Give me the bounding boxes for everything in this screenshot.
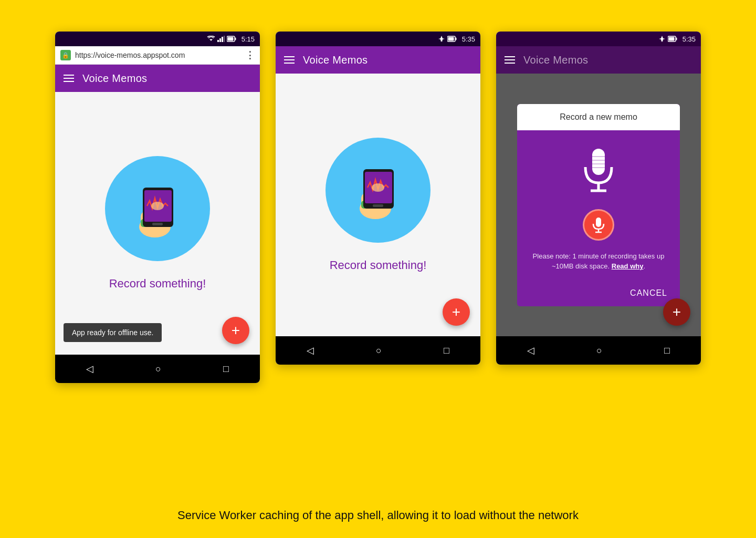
svg-rect-3 [222,37,223,42]
home-button-2[interactable]: ○ [368,343,390,358]
status-bar-3: 5:35 [496,32,701,46]
time-3: 5:35 [682,35,696,43]
fab-icon-2: + [452,305,460,319]
dialog-overlay: Record a new memo [496,74,701,336]
recents-button-1[interactable]: □ [215,361,237,377]
status-icons-3: 5:35 [658,35,696,43]
phone-2: 5:35 Voice Memos [276,32,480,365]
svg-rect-17 [448,37,454,41]
read-why-link[interactable]: Read why [612,262,644,270]
svg-rect-7 [227,37,233,41]
phone-body-1: Record something! App ready for offline … [55,92,260,355]
lock-icon: 🔒 [60,50,71,60]
back-button-3[interactable]: ◁ [519,343,543,358]
app-title-1: Voice Memos [82,73,147,85]
airplane-icon-3 [658,35,666,43]
fab-2[interactable]: + [443,298,470,326]
dialog-note: Please note: 1 minute of recording takes… [528,251,669,272]
status-icons-2: 5:35 [438,35,475,43]
svg-point-24 [372,183,384,192]
app-title-2: Voice Memos [303,54,368,66]
nav-bar-1: ◁ ○ □ [55,355,260,383]
dialog-box: Record a new memo [517,104,680,306]
phone-body-3: Record a new memo [496,74,701,336]
record-button[interactable] [583,209,614,241]
nav-bar-2: ◁ ○ □ [276,336,480,365]
recents-button-3[interactable]: □ [656,343,678,358]
mic-illustration [578,146,620,199]
phone-hand-illustration-2 [341,153,415,227]
dialog-actions: CANCEL [517,282,680,306]
back-button-2[interactable]: ◁ [298,343,322,358]
cancel-button[interactable]: CANCEL [626,286,671,300]
fab-icon-1: + [232,323,240,338]
battery-icon-2 [447,36,457,42]
hamburger-menu-1[interactable] [64,75,74,82]
phone-3: 5:35 Voice Memos Record a new memo [496,32,701,365]
circle-illustration-2 [326,138,430,243]
hamburger-menu-2[interactable] [284,56,295,64]
svg-rect-35 [596,218,601,227]
mic-small-icon [591,216,606,233]
phone-body-2: Record something! + [276,74,480,336]
battery-icon-3 [668,36,677,42]
svg-rect-4 [224,36,225,42]
dialog-title: Record a new memo [517,104,680,130]
svg-rect-2 [219,38,221,42]
svg-rect-1 [217,40,219,42]
nav-bar-3: ◁ ○ □ [496,336,701,365]
status-bar-2: 5:35 [276,32,480,46]
airplane-icon-2 [438,35,445,43]
svg-point-14 [151,202,164,210]
app-bar-3: Voice Memos [496,46,701,74]
url-text: https://voice-memos.appspot.com [75,51,241,59]
home-button-1[interactable]: ○ [147,361,170,377]
phone-hand-illustration-1 [121,172,194,245]
app-bar-2: Voice Memos [276,46,480,74]
mic-svg [578,146,620,199]
more-options-icon[interactable]: ⋮ [245,49,255,61]
svg-rect-16 [455,38,456,40]
recents-button-2[interactable]: □ [435,343,458,358]
signal-icon [217,36,225,42]
svg-rect-13 [152,223,163,225]
record-label-2: Record something! [330,258,427,272]
time-2: 5:35 [462,35,475,43]
fab-1[interactable]: + [222,317,249,344]
app-title-3: Voice Memos [523,54,588,66]
dialog-content: Please note: 1 minute of recording takes… [517,130,680,282]
fab-3[interactable]: + [663,298,690,326]
battery-icon [227,36,236,42]
record-label-1: Record something! [109,277,206,291]
hamburger-menu-3[interactable] [505,56,515,64]
svg-marker-0 [209,39,213,42]
fab-icon-3: + [673,305,681,319]
svg-rect-23 [373,204,383,207]
caption: Service Worker caching of the app shell,… [146,509,610,522]
svg-rect-26 [676,38,677,40]
svg-rect-27 [668,37,674,41]
time-1: 5:15 [242,35,255,43]
url-bar-1: 🔒 https://voice-memos.appspot.com ⋮ [55,46,260,65]
phone-1: 5:15 🔒 https://voice-memos.appspot.com ⋮… [55,32,260,383]
snackbar-1: App ready for offline use. [64,323,162,342]
home-button-3[interactable]: ○ [588,343,611,358]
back-button-1[interactable]: ◁ [78,361,102,377]
svg-rect-6 [235,38,236,40]
circle-illustration-1 [105,156,210,261]
wifi-icon [207,36,215,42]
status-bar-1: 5:15 [55,32,260,46]
phones-row: 5:15 🔒 https://voice-memos.appspot.com ⋮… [55,32,701,509]
app-bar-1: Voice Memos [55,65,260,92]
snackbar-text-1: App ready for offline use. [72,328,153,337]
status-icons-1: 5:15 [207,35,255,43]
svg-rect-28 [592,149,605,175]
